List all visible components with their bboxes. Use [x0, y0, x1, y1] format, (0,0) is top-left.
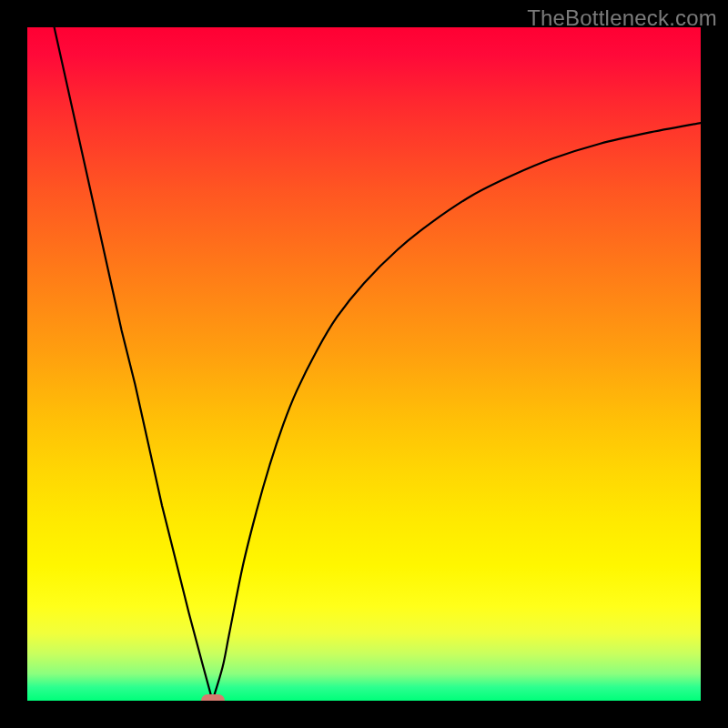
left-branch-line	[55, 27, 213, 701]
plot-area	[27, 27, 701, 701]
chart-frame: TheBottleneck.com	[0, 0, 728, 728]
watermark-text: TheBottleneck.com	[527, 5, 717, 31]
optimum-marker	[201, 694, 225, 701]
curve-layer	[27, 27, 701, 701]
right-branch-line	[213, 123, 702, 701]
